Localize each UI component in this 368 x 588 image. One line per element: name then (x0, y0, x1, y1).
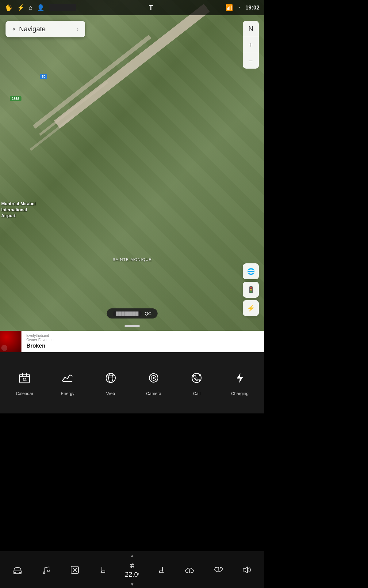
calendar-label: Calendar (16, 391, 33, 396)
seat-heat-left-button[interactable] (89, 561, 118, 579)
tesla-logo: T (149, 4, 153, 12)
person-icon: 👤 (37, 4, 44, 11)
energy-icon-wrap (58, 370, 77, 388)
taxiway-2 (30, 115, 75, 151)
map-area[interactable]: 50 285S Montréal-Mirabel International A… (0, 0, 264, 331)
calendar-icon-wrap: 31 (15, 370, 34, 388)
svg-point-23 (48, 570, 49, 572)
home-icon: ⌂ (29, 4, 33, 11)
map-background: 50 285S Montréal-Mirabel International A… (0, 0, 264, 331)
volume-button[interactable] (233, 561, 262, 579)
svg-point-13 (153, 377, 155, 379)
app-item-call[interactable]: Call (175, 370, 218, 396)
charge-map-button[interactable]: ⚡ (243, 300, 259, 316)
svg-marker-34 (243, 567, 247, 573)
location-text: ████████ (113, 311, 142, 317)
app-item-charging[interactable]: Charging (218, 370, 261, 396)
defrost-rear-button[interactable] (204, 561, 233, 579)
album-art-decoration (1, 345, 7, 351)
north-button[interactable]: N (243, 21, 259, 37)
zoom-out-icon: − (249, 57, 253, 65)
zoom-in-button[interactable]: + (243, 37, 259, 53)
status-time: 19:02 (245, 5, 259, 11)
globe-icon: 🌐 (247, 268, 255, 275)
zoom-in-icon: + (249, 41, 253, 49)
charging-icon-wrap (231, 370, 249, 388)
temperature-display: 22.0° (125, 571, 140, 579)
camera-label: Camera (146, 391, 161, 396)
web-icon (105, 372, 117, 386)
lightning-icon: ⚡ (17, 4, 25, 11)
svg-text:31: 31 (23, 378, 27, 382)
bottom-controls: 22.0° (0, 559, 264, 581)
gesture-icon: 🖐 (5, 4, 13, 11)
call-icon (190, 372, 203, 386)
app-drawer: 31 Calendar Energy (0, 352, 264, 413)
charging-label: Charging (231, 391, 248, 396)
camera-icon-wrap (144, 370, 163, 388)
north-label: N (248, 25, 253, 33)
navigate-button[interactable]: ⌖ Navigate › (6, 21, 85, 37)
charging-icon (234, 372, 246, 386)
navigate-chevron-icon: › (77, 26, 79, 32)
album-art (0, 331, 21, 352)
status-right: 📶 ᛫ 19:02 (225, 4, 259, 11)
bluetooth-icon: ᛫ (237, 4, 241, 11)
svg-point-22 (43, 572, 45, 574)
svg-point-27 (131, 565, 133, 567)
road-badge-285s: 285S (10, 96, 21, 101)
drag-handle[interactable] (125, 325, 140, 327)
bottom-bar: ▲ (0, 551, 264, 588)
navigate-label: Navigate (19, 25, 73, 33)
calendar-icon: 31 (18, 372, 31, 386)
svg-marker-18 (237, 373, 243, 383)
call-icon-wrap (187, 370, 206, 388)
runway-secondary (33, 35, 151, 129)
location-pill: ████████ QC (107, 308, 158, 318)
media-title: Broken (26, 343, 259, 349)
seat-heat-right-button[interactable] (147, 561, 175, 579)
defrost-front-button[interactable] (175, 561, 204, 579)
map-layer-controls: 🌐 🚦 ⚡ (243, 263, 259, 316)
location-region: QC (145, 311, 152, 316)
app-item-energy[interactable]: Energy (46, 370, 89, 396)
road-badge-50: 50 (40, 74, 47, 79)
status-bar: 🖐 ⚡ ⌂ 👤 T 📶 ᛫ 19:02 (0, 0, 264, 15)
web-label: Web (106, 391, 115, 396)
media-strip[interactable]: lovelytheband Owner Favorites Broken (0, 331, 264, 352)
bottom-chevron-up[interactable]: ▲ (0, 551, 264, 559)
media-source: lovelytheband (26, 334, 259, 338)
traffic-button[interactable]: 🚦 (243, 282, 259, 298)
close-button[interactable] (60, 561, 89, 579)
energy-icon (61, 372, 74, 386)
status-left: 🖐 ⚡ ⌂ 👤 (5, 4, 76, 11)
web-icon-wrap (102, 370, 120, 388)
traffic-icon: 🚦 (247, 286, 255, 293)
wifi-icon: 📶 (225, 4, 233, 11)
bottom-chevron-down[interactable]: ▼ (0, 581, 264, 588)
globe-button[interactable]: 🌐 (243, 263, 259, 279)
camera-icon (148, 372, 160, 386)
user-name-bar (49, 4, 76, 11)
call-label: Call (193, 391, 200, 396)
fan-button[interactable]: 22.0° (118, 561, 147, 579)
app-item-camera[interactable]: Camera (132, 370, 175, 396)
map-zoom-controls: N + − (243, 21, 259, 69)
energy-label: Energy (61, 391, 74, 396)
app-item-web[interactable]: Web (89, 370, 132, 396)
zoom-out-button[interactable]: − (243, 53, 259, 69)
app-item-calendar[interactable]: 31 Calendar (3, 370, 46, 396)
music-button[interactable] (32, 561, 61, 579)
car-button[interactable] (3, 561, 32, 579)
media-playlist: Owner Favorites (26, 338, 259, 342)
media-info: lovelytheband Owner Favorites Broken (21, 334, 264, 349)
taxiway-1 (39, 81, 108, 136)
airport-label: Montréal-Mirabel International Airport (1, 201, 36, 219)
navigate-arrow-icon: ⌖ (12, 26, 15, 32)
sainte-monique-label: SAINTE-MONIQUE (113, 257, 151, 262)
charge-map-icon: ⚡ (247, 304, 255, 312)
